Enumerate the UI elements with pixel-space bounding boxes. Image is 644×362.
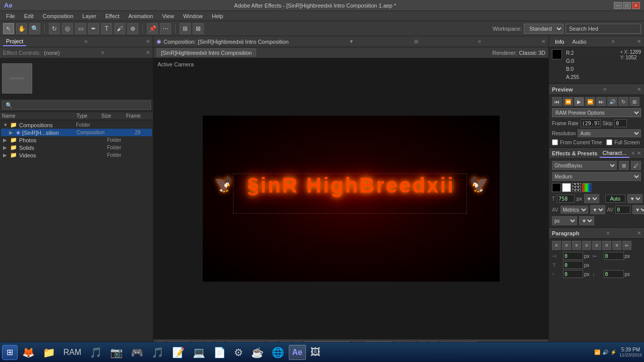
color-transparent[interactable] xyxy=(572,183,581,192)
taskbar-explorer[interactable]: 📁 xyxy=(39,345,59,360)
space-before-input[interactable] xyxy=(563,270,583,278)
workspace-select[interactable]: Standard xyxy=(524,24,564,34)
align-left-btn[interactable]: ≡ xyxy=(552,241,561,250)
list-item[interactable]: ▼ 📁 Compositions Folder xyxy=(1,121,152,129)
comp-panel-menu[interactable]: ≡ xyxy=(478,39,481,44)
tool-rect[interactable]: ▭ xyxy=(75,23,86,34)
full-screen-checkbox[interactable] xyxy=(606,139,612,145)
maximize-button[interactable]: □ xyxy=(623,2,631,9)
tool-3d-b[interactable]: ⊠ xyxy=(193,23,204,34)
auto-input[interactable] xyxy=(605,195,625,203)
main-unit-select[interactable]: px xyxy=(552,216,577,225)
color-black[interactable] xyxy=(552,183,561,192)
align-right-btn[interactable]: ≡ xyxy=(572,241,581,250)
justify-left-btn[interactable]: ≡ xyxy=(582,241,591,250)
tool-clone[interactable]: ⊕ xyxy=(127,23,138,34)
preview-panel-menu[interactable]: ≡ xyxy=(603,86,606,92)
color-rainbow[interactable] xyxy=(582,183,591,192)
prev-options-btn[interactable]: ⊞ xyxy=(629,97,639,106)
kerning-input[interactable] xyxy=(615,206,630,214)
tab-project[interactable]: Project xyxy=(3,37,26,46)
taskbar-settings[interactable]: ⚙ xyxy=(230,345,247,360)
indent-left-input[interactable] xyxy=(563,252,583,260)
taskbar-browser[interactable]: 🌐 xyxy=(268,345,288,360)
taskbar-spotify[interactable]: 🎵 xyxy=(148,345,168,360)
taskbar-vlc[interactable]: 🎵 xyxy=(86,345,106,360)
list-item[interactable]: ▶ 📁 Photos Folder xyxy=(1,136,152,144)
kerning-dropdown[interactable]: ▼ xyxy=(632,205,644,214)
rtl-btn[interactable]: ⇐ xyxy=(622,241,631,250)
tool-rotate[interactable]: ↻ xyxy=(49,23,60,34)
justify-right-btn[interactable]: ≡ xyxy=(602,241,611,250)
prev-loop-btn[interactable]: ↻ xyxy=(618,97,628,106)
tool-hand[interactable]: ✋ xyxy=(16,23,27,34)
start-button[interactable]: ⊞ xyxy=(2,345,18,360)
comp-snap-btn[interactable]: ⊞ xyxy=(414,39,418,44)
taskbar-ram[interactable]: RAM xyxy=(60,345,85,360)
effects-panel-menu[interactable]: ≡ xyxy=(632,150,635,156)
tool-text[interactable]: T xyxy=(101,23,112,34)
tool-pen[interactable]: ✒ xyxy=(88,23,99,34)
search-input[interactable] xyxy=(566,24,641,34)
tab-info[interactable]: Info xyxy=(552,38,567,46)
info-panel-close[interactable]: ✕ xyxy=(637,39,641,44)
indent-right-input[interactable] xyxy=(604,252,624,260)
menu-help[interactable]: Help xyxy=(208,12,227,20)
info-panel-menu[interactable]: ≡ xyxy=(612,39,615,44)
prev-first-btn[interactable]: ⏮ xyxy=(552,97,562,106)
resolution-select[interactable]: Auto xyxy=(578,129,641,137)
menu-file[interactable]: File xyxy=(2,12,19,20)
panel-close-btn[interactable]: ✕ xyxy=(146,39,150,44)
font-select[interactable]: GhostBayou xyxy=(552,161,617,170)
taskbar-terminal[interactable]: 💻 xyxy=(189,345,209,360)
ram-options-select[interactable]: RAM Preview Options xyxy=(552,108,641,117)
font-color-btn[interactable]: 🖊 xyxy=(631,161,641,170)
preview-panel-close[interactable]: ✕ xyxy=(637,86,641,92)
font-browse-btn[interactable]: ⊞ xyxy=(619,161,629,170)
project-search-input[interactable] xyxy=(2,101,151,110)
tab-character[interactable]: Charact... xyxy=(600,149,630,158)
prev-next-btn[interactable]: ⏩ xyxy=(585,97,595,106)
comp-panel-close[interactable]: ✕ xyxy=(541,39,545,44)
para-panel-close[interactable]: ✕ xyxy=(637,230,641,236)
effect-panel-menu[interactable]: ≡ xyxy=(101,50,104,55)
viewport[interactable]: Active Camera 🦅 §inR HighBreedxii 🦅 xyxy=(153,58,548,339)
comp-tab[interactable]: [SinR]Highbreedxii Intro Composition xyxy=(156,48,256,57)
taskbar-photos[interactable]: 🖼 xyxy=(307,345,324,360)
effects-panel-close[interactable]: ✕ xyxy=(637,150,641,156)
size-unit-select[interactable]: ▼ xyxy=(584,194,599,203)
indent-first-input[interactable] xyxy=(563,261,583,269)
taskbar-game[interactable]: 🎮 xyxy=(127,345,147,360)
menu-window[interactable]: Window xyxy=(179,12,207,20)
taskbar-coffee[interactable]: ☕ xyxy=(248,345,267,360)
font-size-input[interactable] xyxy=(557,195,575,203)
comp-menu-btn[interactable]: ▼ xyxy=(349,39,354,44)
minimize-button[interactable]: ─ xyxy=(614,2,622,9)
list-item[interactable]: ▶ 📁 Solids Folder xyxy=(1,144,152,151)
list-item[interactable]: ▶ ◈ [SinR]H...sition Composition 29 xyxy=(1,129,152,136)
menu-effect[interactable]: Effect xyxy=(101,12,123,20)
close-button[interactable]: ✕ xyxy=(632,2,640,9)
align-center-btn[interactable]: ≡ xyxy=(562,241,571,250)
effect-panel-close[interactable]: ✕ xyxy=(146,50,150,55)
menu-composition[interactable]: Composition xyxy=(39,12,77,20)
justify-all-btn[interactable]: ≡ xyxy=(612,241,621,250)
menu-view[interactable]: View xyxy=(158,12,178,20)
taskbar-wordalt[interactable]: 📝 xyxy=(169,345,188,360)
justify-center-btn[interactable]: ≡ xyxy=(592,241,601,250)
taskbar-aftereffects[interactable]: Ae xyxy=(289,345,306,360)
prev-audio-btn[interactable]: 🔊 xyxy=(607,97,617,106)
font-style-select[interactable]: Medium xyxy=(552,172,641,181)
para-panel-menu[interactable]: ≡ xyxy=(607,230,610,236)
main-unit-dropdown[interactable]: ▼ xyxy=(579,216,594,225)
tool-cam-orbit[interactable]: ◎ xyxy=(62,23,73,34)
space-after-input[interactable] xyxy=(604,270,624,278)
auto-unit-select[interactable]: ▼ xyxy=(627,194,642,203)
tool-3d-a[interactable]: ⊞ xyxy=(180,23,191,34)
panel-menu-btn[interactable]: ≡ xyxy=(85,39,88,44)
framerate-input[interactable] xyxy=(581,119,601,127)
skip-input[interactable] xyxy=(614,119,627,127)
menu-animation[interactable]: Animation xyxy=(124,12,157,20)
taskbar-firefox[interactable]: 🦊 xyxy=(19,345,38,360)
metrics-dropdown[interactable]: ▼ xyxy=(590,205,605,214)
